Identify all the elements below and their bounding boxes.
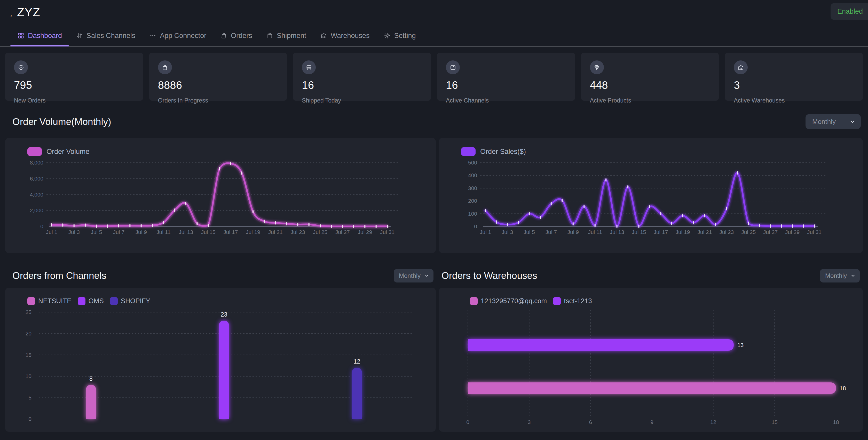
section-title: Orders from Channels [12,270,106,281]
chevron-down-icon [424,273,429,278]
chevron-down-icon [849,119,856,125]
tab-orders[interactable]: Orders [213,25,259,46]
svg-text:15: 15 [772,419,778,425]
section-title: Order Volume(Monthly) [12,117,111,127]
svg-text:200: 200 [468,198,477,204]
svg-text:400: 400 [468,172,477,178]
svg-text:Jul 21: Jul 21 [698,229,712,235]
stat-value: 3 [734,79,854,91]
svg-text:13: 13 [737,342,744,348]
legend-swatch [461,147,475,156]
svg-text:Jul 11: Jul 11 [588,229,602,235]
svg-text:Jul 25: Jul 25 [313,229,328,235]
svg-text:18: 18 [840,385,846,391]
svg-text:8: 8 [89,375,93,382]
legend-item: NETSUITE [27,297,71,305]
stat-card-active-warehouses: 3 Active Warehouses [725,53,863,101]
svg-text:Jul 29: Jul 29 [785,229,800,235]
tab-label: Dashboard [28,32,62,40]
order-volume-panel: Order Volume 02,0004,0006,0008,000Jul 1J… [5,138,436,253]
swap-vertical-icon [76,32,83,39]
tab-shipment[interactable]: Shipment [259,25,313,46]
period-select-value: Monthly [399,272,421,279]
main-nav: Dashboard Sales Channels App Connector O… [0,25,868,46]
svg-text:9: 9 [650,419,653,425]
svg-text:18: 18 [833,419,839,425]
svg-text:5: 5 [28,395,31,401]
warehouses-legend: 1213295770@qq.com tset-1213 [470,297,592,305]
legend-swatch [470,297,477,305]
tab-dashboard[interactable]: Dashboard [10,25,69,46]
order-check-icon [14,60,28,74]
svg-text:Jul 27: Jul 27 [763,229,778,235]
stat-label: Shipped Today [302,97,422,104]
svg-text:12: 12 [710,419,716,425]
legend-item: Order Volume [27,147,90,156]
browser-window-icon [446,60,460,74]
legend-item: SHOPIFY [110,297,150,305]
svg-text:0: 0 [28,416,31,422]
svg-text:Jul 17: Jul 17 [653,229,668,235]
stat-label: Orders In Progress [158,97,278,104]
legend-label: OMS [89,297,104,305]
svg-text:8,000: 8,000 [30,160,43,165]
legend-item: tset-1213 [553,297,592,305]
tab-label: Setting [394,32,416,40]
svg-text:Jul 3: Jul 3 [68,229,80,235]
svg-text:Jul 31: Jul 31 [380,229,395,235]
period-select-order-volume[interactable]: Monthly [806,114,861,129]
svg-text:2,000: 2,000 [30,207,43,213]
legend-swatch [27,147,42,156]
svg-text:Jul 23: Jul 23 [290,229,305,235]
orders-to-warehouses-panel: 1213295770@qq.com tset-1213 036912151813… [439,288,863,432]
tab-label: Warehouses [331,32,370,40]
svg-text:Jul 5: Jul 5 [524,229,535,235]
period-select-warehouses[interactable]: Monthly [820,269,860,282]
truck-icon [302,60,316,74]
legend-label: SHOPIFY [121,297,150,305]
orders-from-channels-head: Orders from Channels Monthly [5,268,436,284]
bottom-charts-row: Orders from Channels Monthly NETSUITE OM… [0,268,868,432]
tab-label: Shipment [277,32,306,40]
tab-warehouses[interactable]: Warehouses [313,25,377,46]
legend-item: Order Sales($) [461,147,526,156]
stat-label: New Orders [14,97,134,104]
tab-app-connector[interactable]: App Connector [142,25,213,46]
chevron-down-icon [850,273,856,278]
svg-text:Jul 29: Jul 29 [358,229,372,235]
svg-text:Jul 23: Jul 23 [719,229,734,235]
tab-sales-channels[interactable]: Sales Channels [69,25,142,46]
stat-label: Active Products [590,97,710,104]
svg-text:23: 23 [221,311,227,318]
legend-label: Order Volume [46,148,90,156]
stat-card-active-products: 448 Active Products [581,53,719,101]
svg-text:Jul 7: Jul 7 [546,229,557,235]
orders-from-channels-panel: NETSUITE OMS SHOPIFY 051015202582312 [5,288,436,432]
period-select-channels[interactable]: Monthly [394,269,433,282]
tab-setting[interactable]: Setting [377,25,423,46]
svg-text:Jul 11: Jul 11 [156,229,170,235]
svg-text:Jul 7: Jul 7 [113,229,124,235]
svg-text:15: 15 [26,352,31,358]
tab-label: Sales Channels [87,32,135,40]
line-charts-row: Order Volume 02,0004,0006,0008,000Jul 1J… [5,138,863,253]
warehouse-icon [320,32,328,39]
status-badge[interactable]: Enabled [831,3,868,20]
svg-text:Jul 17: Jul 17 [223,229,238,235]
svg-text:6: 6 [589,419,592,425]
svg-text:3: 3 [528,419,531,425]
orders-to-warehouses-column: Orders to Warehouses Monthly 1213295770@… [439,268,863,432]
svg-text:12: 12 [354,358,361,365]
svg-text:Jul 19: Jul 19 [246,229,260,235]
orders-to-warehouses-head: Orders to Warehouses Monthly [439,268,863,284]
app-header: ← ZYZ Enabled [0,0,868,25]
legend-swatch [78,297,86,305]
back-arrow-icon[interactable]: ← [9,11,17,19]
svg-text:Jul 1: Jul 1 [480,229,491,235]
svg-text:6,000: 6,000 [30,176,43,182]
svg-text:500: 500 [468,160,477,165]
legend-swatch [553,297,561,305]
order-volume-legend: Order Volume [27,147,90,156]
legend-swatch [27,297,35,305]
svg-text:Jul 27: Jul 27 [335,229,350,235]
